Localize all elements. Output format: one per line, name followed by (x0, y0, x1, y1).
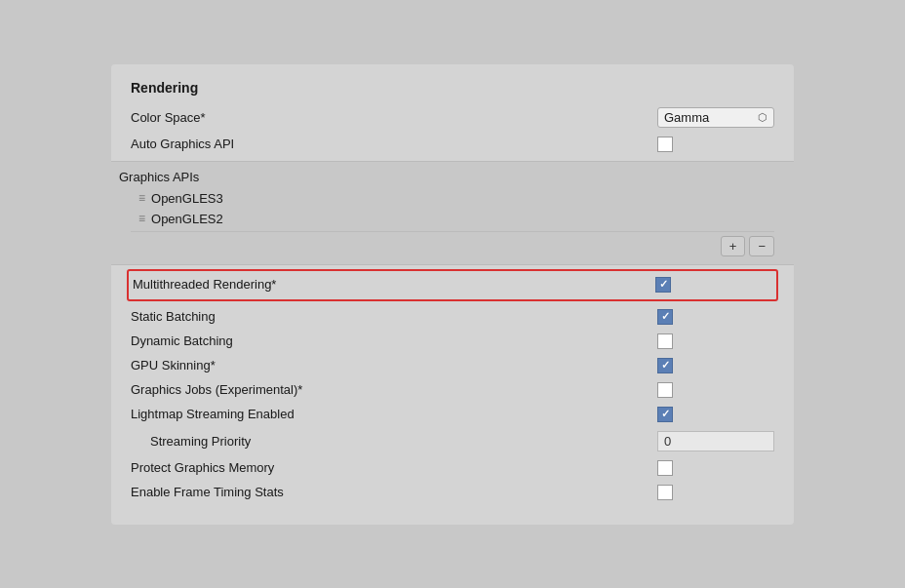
lightmap-streaming-checkbox[interactable] (657, 407, 673, 422)
opengles2-item: ≡ OpenGLES2 (131, 209, 774, 229)
auto-graphics-api-control (657, 137, 774, 152)
multithreaded-rendering-label: Multithreaded Rendering* (133, 277, 276, 292)
multithreaded-rendering-row: Multithreaded Rendering* (133, 273, 772, 297)
gpu-skinning-checkbox[interactable] (657, 358, 673, 373)
opengles3-label: OpenGLES3 (151, 191, 223, 206)
dynamic-batching-row: Dynamic Batching (131, 330, 774, 354)
protect-graphics-memory-label: Protect Graphics Memory (131, 460, 274, 475)
static-batching-control (657, 309, 774, 325)
enable-frame-timing-label: Enable Frame Timing Stats (131, 485, 284, 499)
color-space-row: Color Space* Gamma ⬡ (131, 103, 774, 133)
add-api-button[interactable]: + (721, 236, 746, 256)
graphics-jobs-label: Graphics Jobs (Experimental)* (131, 382, 302, 397)
lightmap-streaming-control (657, 407, 774, 422)
graphics-jobs-row: Graphics Jobs (Experimental)* (131, 378, 774, 403)
auto-graphics-api-checkbox[interactable] (657, 137, 673, 152)
graphics-apis-section: Graphics APIs ≡ OpenGLES3 ≡ OpenGLES2 + … (111, 161, 794, 265)
add-remove-row: + − (131, 231, 774, 260)
multithreaded-rendering-highlighted: Multithreaded Rendering* (127, 269, 778, 301)
color-space-select[interactable]: Gamma ⬡ (657, 107, 774, 128)
section-title: Rendering (131, 80, 774, 96)
dynamic-batching-label: Dynamic Batching (131, 333, 233, 348)
color-space-value: Gamma (664, 110, 709, 125)
drag-handle-icon-2: ≡ (138, 212, 145, 225)
drag-handle-icon: ≡ (138, 191, 145, 205)
dynamic-batching-control (657, 333, 774, 349)
protect-graphics-memory-checkbox[interactable] (657, 460, 673, 476)
gpu-skinning-label: GPU Skinning* (131, 358, 216, 372)
multithreaded-rendering-checkbox[interactable] (655, 277, 671, 293)
graphics-jobs-control (657, 382, 774, 398)
enable-frame-timing-row: Enable Frame Timing Stats (131, 481, 774, 505)
streaming-priority-input[interactable] (657, 431, 774, 451)
enable-frame-timing-control (657, 485, 774, 500)
streaming-priority-row: Streaming Priority (131, 427, 774, 456)
protect-graphics-memory-control (657, 460, 774, 476)
graphics-jobs-checkbox[interactable] (657, 382, 673, 398)
streaming-priority-label: Streaming Priority (131, 434, 251, 449)
protect-graphics-memory-row: Protect Graphics Memory (131, 456, 774, 481)
streaming-priority-control (657, 431, 774, 451)
static-batching-label: Static Batching (131, 309, 216, 324)
lightmap-streaming-label: Lightmap Streaming Enabled (131, 407, 295, 421)
opengles3-item: ≡ OpenGLES3 (131, 188, 774, 209)
dynamic-batching-checkbox[interactable] (657, 333, 673, 349)
lightmap-streaming-row: Lightmap Streaming Enabled (131, 403, 774, 427)
enable-frame-timing-checkbox[interactable] (657, 485, 673, 500)
select-arrow-icon: ⬡ (758, 111, 767, 124)
multithreaded-rendering-control (655, 277, 772, 293)
opengles2-label: OpenGLES2 (151, 212, 223, 226)
static-batching-row: Static Batching (131, 305, 774, 330)
remove-api-button[interactable]: − (749, 236, 774, 256)
auto-graphics-api-row: Auto Graphics API (131, 133, 774, 157)
gpu-skinning-control (657, 358, 774, 373)
rendering-panel: Rendering Color Space* Gamma ⬡ Auto Grap… (111, 64, 794, 525)
color-space-control: Gamma ⬡ (657, 107, 774, 128)
static-batching-checkbox[interactable] (657, 309, 673, 325)
auto-graphics-api-label: Auto Graphics API (131, 137, 234, 151)
color-space-label: Color Space* (131, 110, 206, 125)
graphics-apis-header: Graphics APIs (111, 166, 794, 188)
gpu-skinning-row: GPU Skinning* (131, 354, 774, 378)
